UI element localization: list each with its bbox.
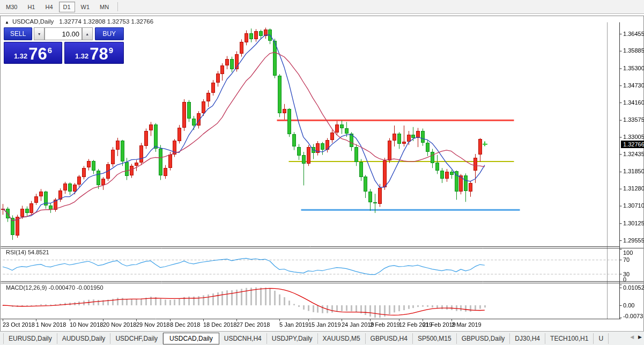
tab-gbpusd-daily[interactable]: GBPUSD,Daily	[457, 333, 510, 344]
collapse-trade-panel-icon[interactable]: ▲	[5, 20, 9, 25]
price-axis-label: 1.31280	[623, 185, 644, 192]
buy-price-pip: 9	[109, 46, 113, 55]
symbol-tab-bar: EURUSD,DailyAUDUSD,DailyUSDCHF,DailyUSDC…	[0, 331, 644, 345]
price-axis-label: 1.33005	[623, 134, 644, 140]
rsi-axis-label: 100	[623, 249, 633, 256]
timeframe-m30[interactable]: M30	[2, 2, 21, 12]
date-axis-label: 27 Dec 2018	[236, 321, 270, 328]
macd-axis-label: 0.00	[623, 302, 634, 309]
date-axis-label: 8 Dec 2018	[170, 321, 200, 328]
price-axis-label: 1.30710	[623, 202, 644, 209]
price-axis-label: 1.30125	[623, 220, 644, 226]
rsi-axis-label: 0	[623, 276, 626, 283]
date-axis-label: 15 Jan 2019	[308, 321, 341, 328]
timeframe-toolbar: M30H1H4D1W1MN	[0, 0, 644, 14]
sell-price-prefix: 1.32	[14, 52, 27, 60]
volume-input[interactable]: 10.00	[45, 27, 82, 40]
chart-symbol-label: USDCAD,Daily	[12, 18, 54, 25]
date-axis-label: 29 Nov 2018	[136, 321, 169, 328]
rsi-indicator-label: RSI(14) 54.8521	[6, 249, 49, 255]
date-axis-label: 10 Nov 2018	[70, 321, 103, 328]
price-axis-label: 1.31850	[623, 168, 644, 174]
timeframe-w1[interactable]: W1	[77, 2, 94, 12]
date-axis-label: 20 Nov 2018	[103, 321, 136, 328]
tab-dj30-h4[interactable]: DJ30,H4	[510, 333, 545, 344]
date-axis-label: 21 Feb 2019	[423, 321, 456, 328]
chart-ohlc-values: 1.32774 1.32808 1.32753 1.32766	[59, 18, 153, 25]
sell-price-big: 76	[28, 46, 47, 62]
tab-gbpusd-h4[interactable]: GBPUSD,H4	[366, 333, 413, 344]
price-axis-label: 1.34730	[623, 82, 644, 89]
macd-axis-label: 0.010525	[623, 284, 644, 291]
date-axis-label: 23 Oct 2018	[3, 321, 35, 328]
buy-price-prefix: 1.32	[75, 52, 88, 60]
timeframe-h4[interactable]: H4	[41, 2, 57, 12]
chart-canvas[interactable]	[1, 16, 643, 345]
price-axis-label: 1.29555	[623, 237, 644, 244]
macd-axis-label: -0.0073	[623, 313, 643, 319]
date-axis-label: 2 Feb 2019	[370, 321, 400, 328]
chart-title: ▲USDCAD,Daily1.32774 1.32808 1.32753 1.3…	[5, 18, 153, 25]
chevron-up-icon: ▲	[85, 32, 89, 36]
price-axis-label: 1.36455	[623, 31, 644, 37]
volume-increase-button[interactable]: ▲	[82, 27, 92, 40]
chart-window: ▲USDCAD,Daily1.32774 1.32808 1.32753 1.3…	[0, 16, 644, 345]
tab-sp500-m15[interactable]: SP500,M15	[413, 333, 457, 344]
sell-price-button[interactable]: 1.32 76 6	[4, 42, 62, 64]
price-axis-label: 1.35885	[623, 47, 644, 54]
date-axis-label: 2 Mar 2019	[451, 321, 482, 328]
tab-scroll-left-icon[interactable]: ◀	[630, 334, 634, 340]
tab-usdchf-daily[interactable]: USDCHF,Daily	[110, 333, 163, 344]
timeframe-mn[interactable]: MN	[95, 2, 113, 12]
timeframe-h1[interactable]: H1	[23, 2, 39, 12]
tab-xauusd-m5[interactable]: XAUUSD,M5	[318, 333, 366, 344]
rsi-axis-label: 70	[623, 256, 630, 263]
date-axis-label: 18 Dec 2018	[203, 321, 236, 328]
price-axis-label: 1.32435	[623, 151, 644, 157]
tab-usdcnh-h4[interactable]: USDCNH,H4	[219, 333, 267, 344]
buy-price-button[interactable]: 1.32 78 9	[64, 42, 124, 64]
toolbar-separator	[117, 2, 118, 11]
date-axis-label: 5 Jan 2019	[279, 321, 308, 328]
tab-audusd-daily[interactable]: AUDUSD,Daily	[57, 333, 111, 344]
macd-indicator-label: MACD(12,26,9) -0.000470 -0.001950	[6, 284, 103, 291]
tab-usdcad-daily[interactable]: USDCAD,Daily	[163, 333, 219, 344]
price-axis-label: 1.33575	[623, 116, 644, 123]
tab-scroll-right-icon[interactable]: ▶	[638, 334, 642, 340]
date-axis-label: 24 Jan 2019	[342, 321, 374, 328]
price-axis-label: 1.34160	[623, 99, 644, 106]
buy-button[interactable]: BUY	[95, 27, 124, 40]
tab-eurusd-daily[interactable]: EURUSD,Daily	[3, 333, 57, 344]
tab-usdjpy-daily[interactable]: USDJPY,Daily	[267, 333, 318, 344]
timeframe-d1[interactable]: D1	[59, 2, 75, 12]
volume-decrease-button[interactable]: ▼	[34, 27, 44, 40]
sell-button[interactable]: SELL	[4, 27, 32, 40]
buy-price-big: 78	[90, 46, 108, 62]
one-click-trade-panel: SELL ▼ 10.00 ▲ BUY 1.32 76 6 1.32 78 9	[4, 27, 124, 64]
tab-tech100-h1[interactable]: TECH100,H1	[545, 333, 594, 344]
price-axis-label: 1.35300	[623, 65, 644, 71]
current-price-tag: 1.32766	[621, 141, 644, 148]
tab-u[interactable]: U	[594, 333, 609, 344]
date-axis-label: 1 Nov 2018	[36, 321, 66, 328]
sell-price-pip: 6	[48, 46, 52, 55]
chevron-down-icon: ▼	[38, 32, 41, 36]
